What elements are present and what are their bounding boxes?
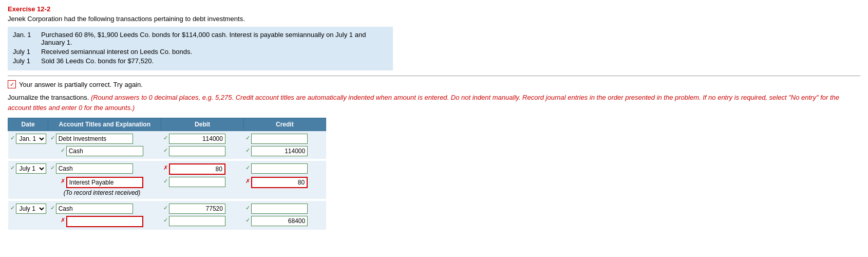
entry-2-credit-cell: ✓: [243, 161, 326, 176]
header-debit: Debit: [161, 118, 243, 131]
entry-2-acct-input[interactable]: [56, 163, 133, 174]
transaction-row-1: Jan. 1 Purchased 60 8%, $1,900 Leeds Co.…: [13, 31, 388, 46]
entry-2-row2-debit-check: ✓: [163, 178, 168, 185]
entry-3-acct-cell: ✓: [48, 201, 161, 215]
entry-3-row2-credit-input[interactable]: [251, 216, 308, 226]
entry-1-row2-credit-check: ✓: [246, 147, 250, 154]
entry-2-row2-acct-check: ✗: [61, 178, 65, 185]
entry-3-row2-credit-cell: ✓: [243, 215, 326, 230]
entry-2-note-date: [8, 189, 48, 199]
entry-1-row2-acct-input[interactable]: [66, 146, 143, 156]
entry-2-date-check: ✓: [10, 164, 15, 171]
entry-3-credit-cell: ✓: [243, 201, 326, 215]
entry-2-acct-check: ✓: [50, 164, 55, 171]
entry-3-row2-acct-cell: ✗: [48, 215, 161, 230]
entry-3-row2-date-cell: [8, 215, 48, 230]
entry-1-date-select[interactable]: Jan. 1 July 1: [16, 134, 46, 144]
entry-1-row2-debit-check: ✓: [163, 147, 168, 154]
transaction-row-3: July 1 Sold 36 Leeds Co. bonds for $77,5…: [13, 57, 388, 65]
entry-3-row2-debit-check: ✓: [163, 217, 168, 224]
transaction-row-2: July 1 Received semiannual interest on L…: [13, 48, 388, 56]
entry-2-row2-credit-check: ✗: [246, 178, 250, 185]
entry-1-credit-check: ✓: [246, 135, 250, 141]
entry-3-acct-check: ✓: [50, 205, 55, 211]
entry-1-row-2: ✓ ✓ ✓: [8, 145, 326, 159]
trans-desc-2: Received semiannual interest on Leeds Co…: [41, 48, 388, 56]
entry-1-row2-debit-cell: ✓: [161, 145, 243, 159]
entry-1-row2-credit-input[interactable]: [251, 146, 308, 156]
journal-table: Date Account Titles and Explanation Debi…: [8, 118, 326, 230]
entry-1-debit-cell: ✓: [161, 131, 243, 145]
entry-1-row-1: ✓ Jan. 1 July 1 ✓ ✓: [8, 131, 326, 145]
entry-2-row2-credit-cell: ✗: [243, 176, 326, 189]
partial-correct-section: ✓ Your answer is partially correct. Try …: [8, 80, 860, 88]
entry-2-credit-check: ✓: [246, 164, 250, 171]
entry-1-credit-input[interactable]: [251, 134, 308, 144]
exercise-title: Exercise 12-2: [8, 5, 860, 13]
entry-3-row2-acct-check: ✗: [61, 217, 65, 224]
entry-1-row2-acct-cell: ✓: [48, 145, 161, 159]
instructions-prefix: Journalize the transactions.: [8, 94, 91, 101]
entry-2-note-text: (To record interest received): [48, 189, 326, 199]
entry-3-date-cell: ✓ July 1 Jan. 1: [8, 201, 48, 215]
header-account: Account Titles and Explanation: [48, 118, 161, 131]
entry-2-row2-credit-input[interactable]: [251, 177, 308, 188]
entry-1-acct-input[interactable]: [56, 134, 133, 144]
entry-2-row2-debit-input[interactable]: [169, 177, 225, 187]
entry-3-credit-check: ✓: [246, 205, 250, 211]
entry-2-debit-check: ✗: [163, 164, 168, 171]
entry-1-row2-acct-check: ✓: [61, 147, 65, 154]
entry-2-note-row: (To record interest received): [8, 189, 326, 199]
partial-correct-message: Your answer is partially correct. Try ag…: [19, 81, 143, 88]
entry-2-row-1: ✓ July 1 Jan. 1 ✓ ✗: [8, 161, 326, 176]
entry-3-row2-credit-check: ✓: [246, 217, 250, 224]
trans-desc-1: Purchased 60 8%, $1,900 Leeds Co. bonds …: [41, 31, 388, 46]
trans-date-1: Jan. 1: [13, 31, 41, 46]
entry-2-debit-input[interactable]: [169, 163, 225, 175]
entry-1-date-cell: ✓ Jan. 1 July 1: [8, 131, 48, 145]
trans-date-2: July 1: [13, 48, 41, 56]
entry-2-date-cell: ✓ July 1 Jan. 1: [8, 161, 48, 176]
entry-2-debit-cell: ✗: [161, 161, 243, 176]
entry-1-debit-check: ✓: [163, 135, 168, 141]
entry-3-debit-input[interactable]: [169, 204, 225, 214]
entry-2-credit-input[interactable]: [251, 163, 308, 174]
header-date: Date: [8, 118, 48, 131]
entry-3-row-1: ✓ July 1 Jan. 1 ✓ ✓: [8, 201, 326, 215]
entry-3-acct-input[interactable]: [56, 204, 133, 214]
entry-3-row-2: ✗ ✓ ✓: [8, 215, 326, 230]
transactions-block: Jan. 1 Purchased 60 8%, $1,900 Leeds Co.…: [8, 27, 393, 70]
entry-1-date-check: ✓: [10, 135, 15, 141]
entry-2-row2-date-cell: [8, 176, 48, 189]
divider: [8, 76, 860, 76]
entry-1-acct-check: ✓: [50, 135, 55, 141]
entry-3-row2-acct-input[interactable]: [66, 216, 143, 227]
entry-2-row-2: ✗ ✓ ✗: [8, 176, 326, 189]
partial-check-icon: ✓: [8, 80, 16, 88]
header-credit: Credit: [243, 118, 326, 131]
instructions-italic: (Round answers to 0 decimal places, e.g.…: [8, 94, 839, 112]
entry-1-row2-date-cell: [8, 145, 48, 159]
instructions: Journalize the transactions. (Round answ…: [8, 93, 860, 113]
entry-1-debit-input[interactable]: [169, 134, 225, 144]
entry-2-row2-debit-cell: ✓: [161, 176, 243, 189]
trans-desc-3: Sold 36 Leeds Co. bonds for $77,520.: [41, 57, 388, 65]
entry-3-debit-cell: ✓: [161, 201, 243, 215]
entry-2-date-select[interactable]: July 1 Jan. 1: [16, 163, 46, 174]
entry-3-row2-debit-cell: ✓: [161, 215, 243, 230]
entry-3-credit-input[interactable]: [251, 204, 308, 214]
entry-1-credit-cell: ✓: [243, 131, 326, 145]
entry-1-acct-cell: ✓: [48, 131, 161, 145]
table-header-row: Date Account Titles and Explanation Debi…: [8, 118, 326, 131]
trans-date-3: July 1: [13, 57, 41, 65]
entry-2-row2-acct-cell: ✗: [48, 176, 161, 189]
intro-text: Jenek Corporation had the following tran…: [8, 15, 860, 23]
entry-2-acct-cell: ✓: [48, 161, 161, 176]
entry-2-row2-acct-input[interactable]: [66, 177, 143, 188]
entry-1-row2-debit-input[interactable]: [169, 146, 225, 156]
entry-3-row2-debit-input[interactable]: [169, 216, 225, 226]
entry-3-debit-check: ✓: [163, 205, 168, 211]
entry-3-date-check: ✓: [10, 205, 15, 211]
entry-3-date-select[interactable]: July 1 Jan. 1: [16, 204, 46, 214]
entry-1-row2-credit-cell: ✓: [243, 145, 326, 159]
